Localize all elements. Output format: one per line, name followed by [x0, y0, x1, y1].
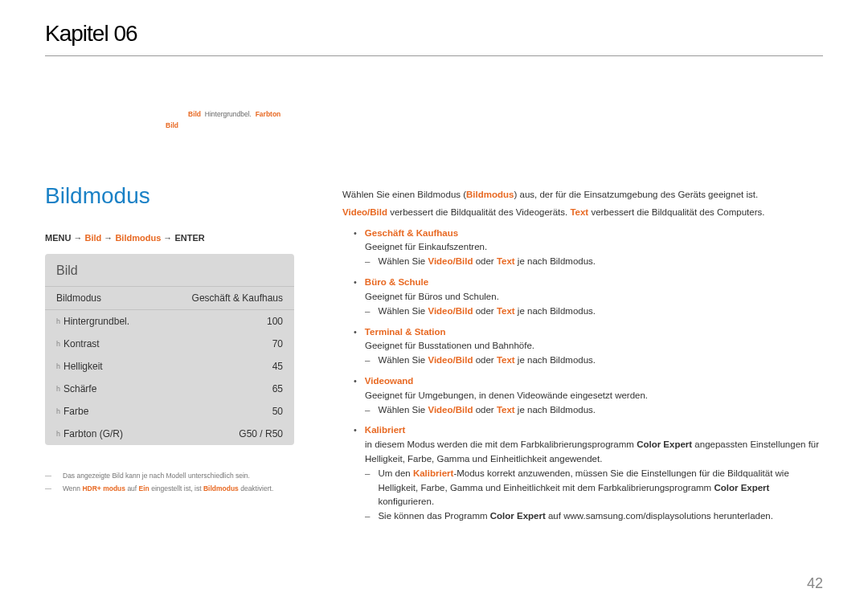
mode-item: •Terminal & StationGeeignet für Busstati… [342, 325, 823, 368]
panel-header: Bild [45, 254, 294, 286]
mode-item: •Geschäft & KaufhausGeeignet für Einkauf… [342, 227, 823, 269]
mode-item-kalibriert: •Kalibriert in diesem Modus werden die m… [342, 423, 823, 524]
panel-row[interactable]: hFarbton (G/R) G50 / R50 [45, 423, 294, 445]
mode-item: •VideowandGeeignet für Umgebungen, in de… [342, 374, 823, 417]
panel-row[interactable]: hSchärfe 65 [45, 378, 294, 400]
top-note: Bild Hintergrundbel. Farbton Bild [45, 109, 280, 131]
panel-row[interactable]: hHintergrundbel. 100 [45, 310, 294, 333]
chapter-heading: Kapitel 06 [45, 21, 137, 47]
breadcrumb: MENU → Bild → Bildmodus → ENTER [45, 233, 294, 243]
page-number: 42 [807, 575, 823, 592]
page-title: Bildmodus [45, 183, 294, 209]
mode-item: •Büro & SchuleGeeignet für Büros und Sch… [342, 276, 823, 318]
right-column: Wählen Sie einen Bildmodus (Bildmodus) a… [342, 183, 823, 530]
horizontal-rule [45, 55, 823, 56]
panel-row[interactable]: hKontrast 70 [45, 333, 294, 355]
panel-row[interactable]: Bildmodus Geschäft & Kaufhaus [45, 286, 294, 310]
footnotes: ―Das angezeigte Bild kann je nach Modell… [45, 469, 294, 495]
settings-panel: Bild Bildmodus Geschäft & Kaufhaus hHint… [45, 254, 294, 445]
panel-row[interactable]: hFarbe 50 [45, 400, 294, 423]
panel-row[interactable]: hHelligkeit 45 [45, 355, 294, 378]
